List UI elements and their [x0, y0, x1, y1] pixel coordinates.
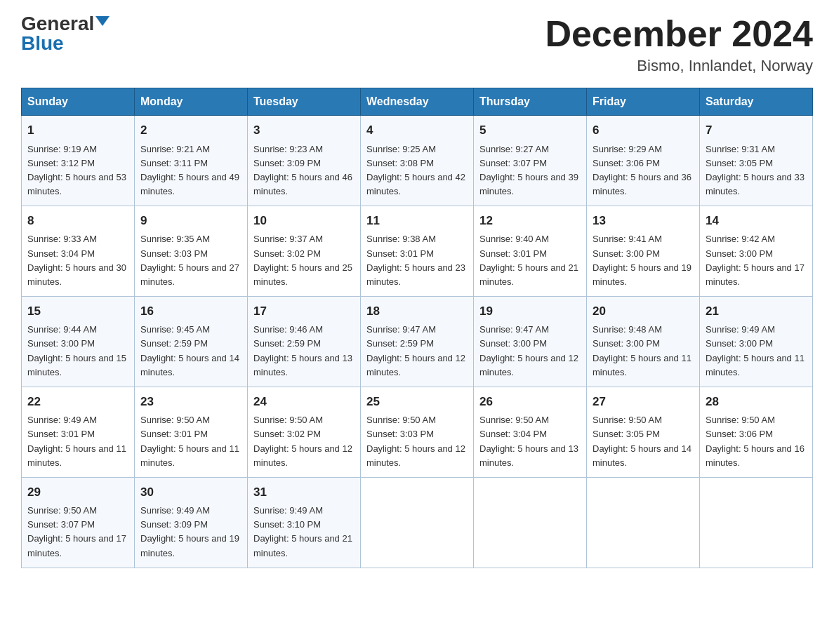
day-number: 23 — [140, 393, 241, 411]
calendar-cell: 4Sunrise: 9:25 AMSunset: 3:08 PMDaylight… — [361, 116, 474, 206]
day-number: 17 — [253, 302, 355, 321]
day-number: 14 — [706, 212, 807, 230]
calendar-cell: 15Sunrise: 9:44 AMSunset: 3:00 PMDayligh… — [22, 297, 135, 387]
day-info: Sunrise: 9:38 AMSunset: 3:01 PMDaylight:… — [366, 234, 465, 286]
month-title: December 2024 — [545, 14, 813, 54]
day-info: Sunrise: 9:49 AMSunset: 3:09 PMDaylight:… — [140, 505, 239, 558]
day-info: Sunrise: 9:23 AMSunset: 3:09 PMDaylight:… — [253, 144, 352, 196]
page-header: General Blue December 2024 Bismo, Innlan… — [21, 14, 813, 75]
calendar-cell: 5Sunrise: 9:27 AMSunset: 3:07 PMDaylight… — [474, 116, 587, 206]
calendar-cell: 30Sunrise: 9:49 AMSunset: 3:09 PMDayligh… — [135, 477, 248, 568]
day-info: Sunrise: 9:29 AMSunset: 3:06 PMDaylight:… — [593, 144, 691, 196]
day-number: 24 — [253, 393, 355, 411]
calendar-cell: 1Sunrise: 9:19 AMSunset: 3:12 PMDaylight… — [22, 116, 135, 206]
day-number: 25 — [366, 393, 468, 411]
calendar-cell: 28Sunrise: 9:50 AMSunset: 3:06 PMDayligh… — [700, 387, 813, 477]
day-info: Sunrise: 9:50 AMSunset: 3:05 PMDaylight:… — [593, 415, 691, 467]
day-info: Sunrise: 9:41 AMSunset: 3:00 PMDaylight:… — [593, 234, 691, 286]
day-info: Sunrise: 9:33 AMSunset: 3:04 PMDaylight:… — [27, 234, 126, 286]
calendar-cell — [474, 477, 587, 568]
header-sunday: Sunday — [22, 88, 135, 116]
calendar-table: SundayMondayTuesdayWednesdayThursdayFrid… — [21, 88, 813, 568]
day-number: 12 — [479, 212, 581, 230]
calendar-cell — [361, 477, 474, 568]
day-info: Sunrise: 9:45 AMSunset: 2:59 PMDaylight:… — [140, 324, 239, 377]
day-number: 30 — [140, 483, 241, 502]
day-info: Sunrise: 9:49 AMSunset: 3:10 PMDaylight:… — [253, 505, 352, 558]
calendar-week-5: 29Sunrise: 9:50 AMSunset: 3:07 PMDayligh… — [22, 477, 813, 568]
calendar-cell: 12Sunrise: 9:40 AMSunset: 3:01 PMDayligh… — [474, 206, 587, 297]
day-info: Sunrise: 9:44 AMSunset: 3:00 PMDaylight:… — [27, 324, 126, 377]
day-info: Sunrise: 9:50 AMSunset: 3:03 PMDaylight:… — [366, 415, 465, 467]
day-info: Sunrise: 9:25 AMSunset: 3:08 PMDaylight:… — [366, 144, 465, 196]
day-number: 2 — [140, 121, 241, 140]
calendar-cell: 18Sunrise: 9:47 AMSunset: 2:59 PMDayligh… — [361, 297, 474, 387]
calendar-header-row: SundayMondayTuesdayWednesdayThursdayFrid… — [22, 88, 813, 116]
day-number: 16 — [140, 302, 241, 321]
calendar-cell — [700, 477, 813, 568]
day-number: 3 — [253, 121, 355, 140]
day-number: 5 — [479, 121, 581, 140]
day-info: Sunrise: 9:47 AMSunset: 2:59 PMDaylight:… — [366, 324, 465, 377]
header-thursday: Thursday — [474, 88, 587, 116]
day-number: 1 — [27, 121, 128, 140]
day-number: 19 — [479, 302, 581, 321]
day-number: 22 — [27, 393, 128, 411]
day-info: Sunrise: 9:46 AMSunset: 2:59 PMDaylight:… — [253, 324, 352, 377]
calendar-cell: 29Sunrise: 9:50 AMSunset: 3:07 PMDayligh… — [22, 477, 135, 568]
day-info: Sunrise: 9:48 AMSunset: 3:00 PMDaylight:… — [593, 324, 691, 377]
day-info: Sunrise: 9:42 AMSunset: 3:00 PMDaylight:… — [706, 234, 805, 286]
header-monday: Monday — [135, 88, 248, 116]
day-number: 27 — [593, 393, 694, 411]
day-number: 11 — [366, 212, 468, 230]
calendar-cell: 19Sunrise: 9:47 AMSunset: 3:00 PMDayligh… — [474, 297, 587, 387]
day-info: Sunrise: 9:37 AMSunset: 3:02 PMDaylight:… — [253, 234, 352, 286]
day-info: Sunrise: 9:50 AMSunset: 3:02 PMDaylight:… — [253, 415, 352, 467]
calendar-cell: 20Sunrise: 9:48 AMSunset: 3:00 PMDayligh… — [587, 297, 700, 387]
calendar-cell: 10Sunrise: 9:37 AMSunset: 3:02 PMDayligh… — [248, 206, 361, 297]
calendar-cell: 14Sunrise: 9:42 AMSunset: 3:00 PMDayligh… — [700, 206, 813, 297]
calendar-cell: 23Sunrise: 9:50 AMSunset: 3:01 PMDayligh… — [135, 387, 248, 477]
day-number: 10 — [253, 212, 355, 230]
day-info: Sunrise: 9:40 AMSunset: 3:01 PMDaylight:… — [479, 234, 578, 286]
day-info: Sunrise: 9:35 AMSunset: 3:03 PMDaylight:… — [140, 234, 239, 286]
day-number: 15 — [27, 302, 128, 321]
day-info: Sunrise: 9:49 AMSunset: 3:00 PMDaylight:… — [706, 324, 805, 377]
calendar-cell: 7Sunrise: 9:31 AMSunset: 3:05 PMDaylight… — [700, 116, 813, 206]
title-area: December 2024 Bismo, Innlandet, Norway — [545, 14, 813, 75]
day-info: Sunrise: 9:31 AMSunset: 3:05 PMDaylight:… — [706, 144, 805, 196]
calendar-cell: 25Sunrise: 9:50 AMSunset: 3:03 PMDayligh… — [361, 387, 474, 477]
calendar-cell: 8Sunrise: 9:33 AMSunset: 3:04 PMDaylight… — [22, 206, 135, 297]
logo-blue: Blue — [21, 34, 64, 53]
day-number: 6 — [593, 121, 694, 140]
calendar-cell: 9Sunrise: 9:35 AMSunset: 3:03 PMDaylight… — [135, 206, 248, 297]
calendar-cell: 21Sunrise: 9:49 AMSunset: 3:00 PMDayligh… — [700, 297, 813, 387]
calendar-week-1: 1Sunrise: 9:19 AMSunset: 3:12 PMDaylight… — [22, 116, 813, 206]
day-info: Sunrise: 9:19 AMSunset: 3:12 PMDaylight:… — [27, 144, 126, 196]
header-tuesday: Tuesday — [248, 88, 361, 116]
day-number: 7 — [706, 121, 807, 140]
calendar-week-2: 8Sunrise: 9:33 AMSunset: 3:04 PMDaylight… — [22, 206, 813, 297]
day-number: 20 — [593, 302, 694, 321]
day-number: 18 — [366, 302, 468, 321]
day-number: 29 — [27, 483, 128, 502]
day-number: 31 — [253, 483, 355, 502]
header-friday: Friday — [587, 88, 700, 116]
day-number: 13 — [593, 212, 694, 230]
calendar-cell: 17Sunrise: 9:46 AMSunset: 2:59 PMDayligh… — [248, 297, 361, 387]
calendar-cell: 3Sunrise: 9:23 AMSunset: 3:09 PMDaylight… — [248, 116, 361, 206]
calendar-cell: 6Sunrise: 9:29 AMSunset: 3:06 PMDaylight… — [587, 116, 700, 206]
header-saturday: Saturday — [700, 88, 813, 116]
day-info: Sunrise: 9:47 AMSunset: 3:00 PMDaylight:… — [479, 324, 578, 377]
calendar-cell: 16Sunrise: 9:45 AMSunset: 2:59 PMDayligh… — [135, 297, 248, 387]
calendar-cell: 13Sunrise: 9:41 AMSunset: 3:00 PMDayligh… — [587, 206, 700, 297]
day-info: Sunrise: 9:50 AMSunset: 3:06 PMDaylight:… — [706, 415, 805, 467]
day-number: 26 — [479, 393, 581, 411]
day-info: Sunrise: 9:50 AMSunset: 3:01 PMDaylight:… — [140, 415, 239, 467]
day-info: Sunrise: 9:49 AMSunset: 3:01 PMDaylight:… — [27, 415, 126, 467]
logo: General Blue — [21, 14, 110, 53]
day-number: 21 — [706, 302, 807, 321]
day-number: 9 — [140, 212, 241, 230]
calendar-cell: 27Sunrise: 9:50 AMSunset: 3:05 PMDayligh… — [587, 387, 700, 477]
calendar-cell: 24Sunrise: 9:50 AMSunset: 3:02 PMDayligh… — [248, 387, 361, 477]
